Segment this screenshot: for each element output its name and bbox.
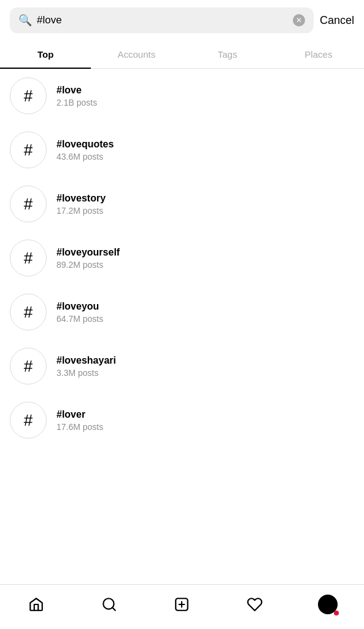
heart-icon	[247, 596, 263, 612]
cancel-button[interactable]: Cancel	[320, 14, 354, 27]
result-tag: #loveshayari	[56, 355, 354, 366]
tab-places[interactable]: Places	[273, 41, 364, 68]
nav-new-post[interactable]	[166, 592, 197, 617]
result-info: #lover 17.6M posts	[56, 409, 354, 432]
result-post-count: 17.6M posts	[56, 422, 354, 432]
svg-line-1	[112, 608, 115, 611]
result-tag: #loveyou	[56, 301, 354, 312]
result-info: #loveyourself 89.2M posts	[56, 247, 354, 270]
result-post-count: 43.6M posts	[56, 152, 354, 162]
nav-home[interactable]	[21, 592, 52, 617]
result-tag: #love	[56, 85, 354, 96]
list-item[interactable]: # #loveshayari 3.3M posts	[0, 339, 364, 393]
search-bar: 🔍 ✕ Cancel	[0, 0, 364, 41]
list-item[interactable]: # #lovequotes 43.6M posts	[0, 123, 364, 177]
result-info: #love 2.1B posts	[56, 85, 354, 107]
nav-activity[interactable]	[239, 592, 270, 617]
list-item[interactable]: # #lover 17.6M posts	[0, 393, 364, 447]
home-icon	[28, 596, 44, 612]
result-info: #lovestory 17.2M posts	[56, 193, 354, 216]
list-item[interactable]: # #love 2.1B posts	[0, 69, 364, 123]
hashtag-avatar: #	[10, 402, 47, 439]
hashtag-avatar: #	[10, 240, 47, 276]
tab-tags[interactable]: Tags	[182, 41, 273, 68]
result-post-count: 17.2M posts	[56, 206, 354, 216]
result-post-count: 3.3M posts	[56, 368, 354, 378]
nav-search[interactable]	[94, 592, 125, 617]
search-input-wrapper: 🔍 ✕	[10, 7, 314, 33]
hashtag-avatar: #	[10, 294, 47, 330]
search-input[interactable]	[37, 14, 288, 26]
hashtag-avatar: #	[10, 131, 47, 168]
search-nav-icon	[101, 596, 117, 612]
bottom-nav	[0, 584, 364, 629]
hashtag-avatar: #	[10, 348, 47, 385]
new-post-icon	[174, 596, 190, 612]
nav-profile[interactable]	[312, 592, 343, 617]
result-tag: #loveyourself	[56, 247, 354, 258]
profile-avatar	[318, 595, 338, 614]
result-tag: #lovestory	[56, 193, 354, 204]
result-info: #loveyou 64.7M posts	[56, 301, 354, 324]
tab-accounts[interactable]: Accounts	[91, 41, 182, 68]
search-icon: 🔍	[18, 14, 32, 27]
list-item[interactable]: # #lovestory 17.2M posts	[0, 177, 364, 231]
tabs: Top Accounts Tags Places	[0, 41, 364, 69]
hashtag-avatar: #	[10, 77, 47, 114]
result-post-count: 64.7M posts	[56, 314, 354, 324]
results-list: # #love 2.1B posts # #lovequotes 43.6M p…	[0, 69, 364, 584]
result-info: #lovequotes 43.6M posts	[56, 139, 354, 162]
result-post-count: 2.1B posts	[56, 98, 354, 107]
result-tag: #lovequotes	[56, 139, 354, 150]
clear-icon[interactable]: ✕	[293, 14, 305, 26]
result-post-count: 89.2M posts	[56, 260, 354, 270]
tab-top[interactable]: Top	[0, 41, 91, 68]
hashtag-avatar: #	[10, 186, 47, 222]
list-item[interactable]: # #loveyourself 89.2M posts	[0, 231, 364, 285]
result-info: #loveshayari 3.3M posts	[56, 355, 354, 378]
list-item[interactable]: # #loveyou 64.7M posts	[0, 285, 364, 339]
result-tag: #lover	[56, 409, 354, 420]
